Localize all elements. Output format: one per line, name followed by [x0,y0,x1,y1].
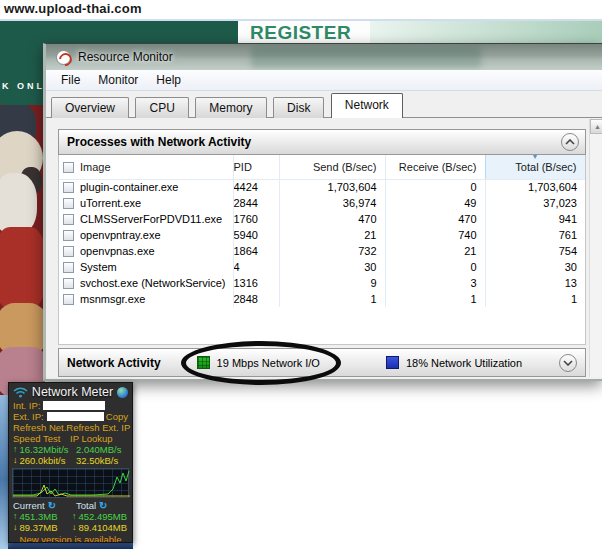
up-arrow-icon: ↑ [72,511,77,522]
art-blob [0,227,45,309]
titlebar[interactable]: Resource Monitor [46,44,602,70]
current-downloaded: 89.37MB [20,522,58,533]
network-utilization-icon [386,356,399,369]
row-checkbox[interactable] [63,230,74,241]
network-meter-widget: Network Meter Int. IP: Ext. IP: Copy Ref… [8,382,133,543]
refresh-total-icon[interactable]: ↻ [99,500,107,511]
refresh-ext-ip-link[interactable]: Refresh Ext. IP [66,422,130,433]
network-activity-title: Network Activity [67,356,161,370]
table-row[interactable]: uTorrent.exe 2844 36,974 49 37,023 [59,195,585,211]
webpage-art-green: K ONL [0,43,45,105]
row-checkbox[interactable] [63,294,74,305]
processes-table: Image PID Send (B/sec) Receive (B/sec) ▼… [59,155,586,307]
speed-test-link[interactable]: Speed Test [13,433,60,444]
webpage-header-dark [0,21,238,43]
table-row[interactable]: System 4 30 0 30 [59,259,585,275]
row-checkbox[interactable] [63,182,74,193]
down-arrow-icon: ↓ [72,522,77,533]
processes-panel-title: Processes with Network Activity [67,135,251,149]
int-ip-redacted [43,401,105,410]
column-receive[interactable]: Receive (B/sec) [385,155,485,179]
menu-monitor[interactable]: Monitor [89,71,147,89]
row-checkbox[interactable] [63,246,74,257]
glass-showthrough [251,47,481,68]
network-tab-content: Processes with Network Activity Image PI… [46,118,602,379]
ext-ip-label: Ext. IP: [13,411,44,422]
collapse-button[interactable] [561,133,579,151]
copy-link[interactable]: Copy [106,411,128,422]
refresh-current-icon[interactable]: ↻ [48,500,56,511]
tab-strip: Overview CPU Memory Disk Network [46,91,602,118]
tab-cpu[interactable]: CPU [135,97,188,118]
webpage-header: REGISTER [0,21,602,43]
totals-header-row: Current↻ Total↻ [9,500,132,511]
processes-panel-header: Processes with Network Activity [58,129,586,155]
column-pid[interactable]: PID [233,155,279,179]
total-uploaded: 452.495MB [79,511,128,522]
marker-oval-annotation [181,341,341,385]
download-bits: 260.0kbit/s [20,455,66,466]
screenshot-root: www.upload-thai.com REGISTER K ONL Res [0,0,602,549]
chevron-down-icon [563,360,573,366]
table-row[interactable]: msnmsgr.exe 2848 1 1 1 [59,291,585,307]
widget-header: Network Meter [9,383,132,400]
traffic-graph [12,468,129,498]
tab-network[interactable]: Network [331,93,403,118]
column-total[interactable]: ▼Total (B/sec) [485,155,585,179]
total-downloaded: 89.4104MB [79,522,128,533]
resource-monitor-window: Resource Monitor File Monitor Help Overv… [43,43,602,381]
refresh-row: Refresh Net. Refresh Ext. IP [9,422,132,433]
table-row[interactable]: CLMSServerForPDVD11.exe 1760 470 470 941 [59,211,585,227]
resource-monitor-icon [56,50,71,65]
sort-desc-icon: ▼ [532,155,539,160]
upload-bits: 16.32Mbit/s [20,444,69,455]
row-checkbox[interactable] [63,278,74,289]
online-text-fragment: K ONL [2,81,45,91]
globe-icon [117,387,128,398]
scroll-up-button[interactable]: ▲ [590,119,602,134]
widget-title: Network Meter [31,385,114,399]
scrollbar[interactable]: ▲ [589,119,602,377]
menu-bar: File Monitor Help [46,70,602,91]
table-row[interactable]: svchost.exe (NetworkService) 1316 9 3 13 [59,275,585,291]
tools-row: Speed Test IP Lookup [9,433,132,444]
download-speed-row: ↓260.0kbit/s 32.50kB/s [9,455,132,466]
refresh-net-link[interactable]: Refresh Net. [13,422,66,433]
table-row[interactable]: openvpnas.exe 1864 732 21 754 [59,243,585,259]
ip-lookup-link[interactable]: IP Lookup [70,433,113,444]
download-bytes: 32.50kB/s [76,455,118,466]
webpage-register-panel: REGISTER [238,21,370,43]
tab-overview[interactable]: Overview [51,97,129,118]
address-bar[interactable]: www.upload-thai.com [4,1,142,16]
register-link[interactable]: REGISTER [250,22,351,43]
art-blob [0,173,37,235]
row-checkbox[interactable] [63,198,74,209]
up-arrow-icon: ↑ [13,511,18,522]
up-arrow-icon: ↑ [13,444,18,455]
menu-file[interactable]: File [52,71,89,89]
down-arrow-icon: ↓ [13,455,18,466]
table-row[interactable]: openvpntray.exe 5940 21 740 761 [59,227,585,243]
widget-base-edge [8,543,133,549]
wifi-icon [13,387,28,398]
int-ip-label: Int. IP: [13,400,40,411]
chevron-up-icon [565,139,575,145]
row-checkbox[interactable] [63,262,74,273]
processes-panel: Processes with Network Activity Image PI… [58,129,586,345]
webpage-art-illustration [0,105,45,395]
row-checkbox[interactable] [63,214,74,225]
tab-disk[interactable]: Disk [273,97,324,118]
upload-bytes: 2.040MB/s [76,444,121,455]
expand-button[interactable] [559,354,577,372]
new-version-link[interactable]: New version is available [9,533,132,543]
select-all-checkbox[interactable] [63,162,74,173]
down-arrow-icon: ↓ [13,522,18,533]
tab-memory[interactable]: Memory [195,97,266,118]
menu-help[interactable]: Help [147,71,190,89]
int-ip-row: Int. IP: [9,400,132,411]
column-image[interactable]: Image [59,155,233,179]
table-row[interactable]: plugin-container.exe 4424 1,703,604 0 1,… [59,179,585,195]
upload-speed-row: ↑16.32Mbit/s 2.040MB/s [9,444,132,455]
column-send[interactable]: Send (B/sec) [279,155,385,179]
uploaded-totals-row: ↑451.3MB ↑452.495MB [9,511,132,522]
